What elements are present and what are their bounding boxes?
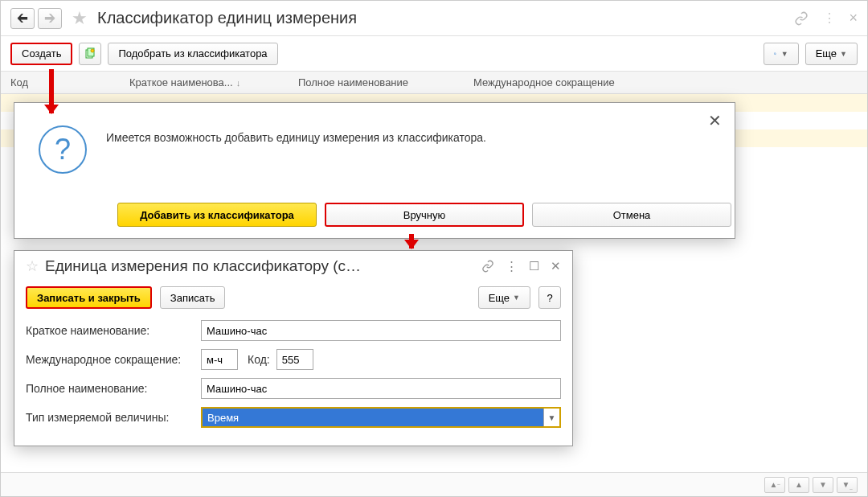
type-label: Тип измеряемой величины:: [26, 411, 201, 424]
window-title: Классификатор единиц измерения: [97, 9, 791, 27]
toolbar: Создать Подобрать из классификатора ▼ Ещ…: [1, 36, 867, 72]
pick-from-classifier-button[interactable]: Подобрать из классификатора: [108, 43, 277, 65]
form-body: Краткое наименование: Международное сокр…: [14, 314, 572, 442]
grid-header: Код Краткое наименова...↓ Полное наимено…: [1, 72, 867, 94]
svg-point-2: [91, 49, 94, 52]
svg-point-3: [774, 52, 776, 54]
close-window-button[interactable]: ×: [849, 10, 858, 27]
manual-button[interactable]: Вручную: [325, 203, 524, 227]
create-button[interactable]: Создать: [10, 43, 72, 65]
column-full-name[interactable]: Полное наименование: [298, 76, 473, 88]
nav-down-button[interactable]: ▼: [813, 477, 833, 493]
main-window: 🡰 🡲 ★ Классификатор единиц измерения ⋮ ×…: [0, 0, 868, 497]
nav-top-button[interactable]: ▲_: [764, 477, 785, 493]
choice-dialog: ✕ ? Имеется возможность добавить единицу…: [14, 102, 735, 239]
column-short-name[interactable]: Краткое наименова...↓: [129, 76, 298, 88]
type-select[interactable]: ▼: [201, 407, 561, 428]
form-more-dots-icon[interactable]: ⋮: [506, 259, 518, 273]
annotation-arrow: [49, 69, 54, 113]
sort-arrow-icon: ↓: [236, 78, 241, 88]
annotation-arrow: [409, 234, 414, 249]
full-name-input[interactable]: [201, 378, 561, 399]
nav-back-button[interactable]: 🡰: [10, 8, 35, 29]
dialog-close-button[interactable]: ✕: [708, 111, 722, 130]
cancel-button[interactable]: Отмена: [532, 203, 731, 227]
form-more-button[interactable]: Еще ▼: [478, 286, 530, 309]
link-icon[interactable]: [794, 11, 809, 26]
column-code[interactable]: Код: [10, 76, 129, 88]
dialog-message: Имеется возможность добавить единицу изм…: [106, 114, 486, 174]
form-more-label: Еще: [489, 292, 510, 304]
intl-abbrev-input[interactable]: [201, 349, 238, 370]
full-name-label: Полное наименование:: [26, 382, 201, 395]
short-name-input[interactable]: [201, 320, 561, 341]
form-titlebar: ☆ Единица измерения по классификатору (с…: [14, 251, 572, 281]
save-and-close-button[interactable]: Записать и закрыть: [26, 286, 152, 309]
column-intl[interactable]: Международное сокращение: [473, 76, 858, 88]
svg-line-4: [776, 54, 776, 55]
form-close-button[interactable]: ✕: [551, 259, 561, 273]
form-link-icon[interactable]: [481, 260, 494, 273]
intl-abbrev-label: Международное сокращение:: [26, 353, 201, 366]
form-title: Единица измерения по классификатору (с…: [45, 257, 475, 275]
question-icon: ?: [39, 125, 87, 174]
titlebar: 🡰 🡲 ★ Классификатор единиц измерения ⋮ ×: [1, 1, 867, 36]
form-favorite-star-icon[interactable]: ☆: [26, 257, 39, 275]
more-dots-icon[interactable]: ⋮: [823, 10, 834, 26]
search-button[interactable]: ▼: [764, 43, 799, 65]
nav-bottom-button[interactable]: ▼_: [837, 477, 858, 493]
code-label: Код:: [248, 353, 270, 366]
form-maximize-button[interactable]: ☐: [529, 259, 539, 273]
type-select-value[interactable]: [203, 409, 543, 426]
grid-footer-nav: ▲_ ▲ ▼ ▼_: [1, 472, 867, 496]
add-from-classifier-button[interactable]: Добавить из классификатора: [117, 203, 317, 227]
help-button[interactable]: ?: [538, 286, 561, 309]
nav-forward-button[interactable]: 🡲: [38, 8, 62, 29]
more-button[interactable]: Еще ▼: [805, 43, 858, 65]
copy-button[interactable]: [79, 43, 101, 65]
edit-form-dialog: ☆ Единица измерения по классификатору (с…: [14, 250, 573, 446]
nav-up-button[interactable]: ▲: [788, 477, 809, 493]
favorite-star-icon[interactable]: ★: [72, 8, 88, 29]
chevron-down-icon[interactable]: ▼: [543, 409, 559, 426]
more-button-label: Еще: [816, 47, 837, 60]
short-name-label: Краткое наименование:: [26, 324, 201, 337]
save-button[interactable]: Записать: [160, 286, 226, 309]
code-input[interactable]: [276, 349, 313, 370]
form-toolbar: Записать и закрыть Записать Еще ▼ ?: [14, 281, 572, 314]
